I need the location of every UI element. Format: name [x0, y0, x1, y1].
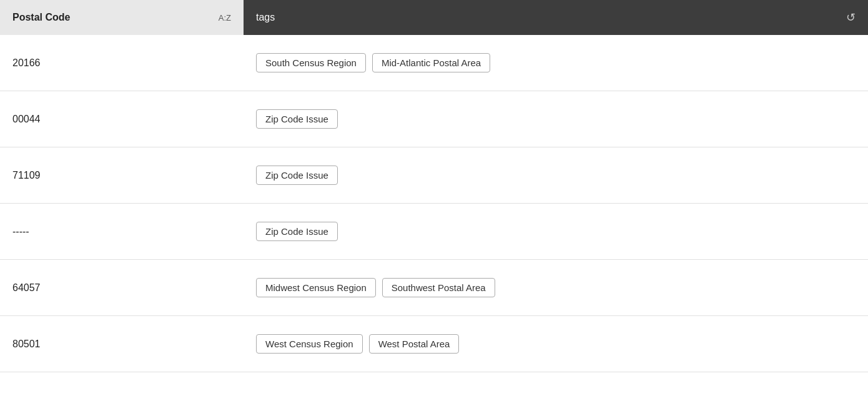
tags-header[interactable]: tags ↺ — [244, 0, 868, 35]
tags-cell: West Census RegionWest Postal Area — [244, 322, 868, 366]
tag-badge[interactable]: Southwest Postal Area — [382, 278, 495, 297]
table-row: 80501West Census RegionWest Postal Area — [0, 316, 868, 372]
table-body: 20166South Census RegionMid-Atlantic Pos… — [0, 35, 868, 372]
postal-code-cell: 64057 — [0, 270, 244, 306]
tags-link-icon[interactable]: ↺ — [846, 11, 856, 24]
postal-code-cell: 00044 — [0, 101, 244, 137]
tag-badge[interactable]: Zip Code Issue — [256, 166, 338, 185]
postal-code-header[interactable]: Postal Code A:Z — [0, 0, 244, 35]
table-row: 20166South Census RegionMid-Atlantic Pos… — [0, 35, 868, 91]
postal-code-cell: 80501 — [0, 326, 244, 362]
postal-code-cell: ----- — [0, 214, 244, 250]
data-table: Postal Code A:Z tags ↺ 20166South Census… — [0, 0, 868, 372]
table-row: 64057Midwest Census RegionSouthwest Post… — [0, 260, 868, 316]
tags-cell: South Census RegionMid-Atlantic Postal A… — [244, 41, 868, 85]
tag-badge[interactable]: South Census Region — [256, 53, 366, 72]
sort-indicator: A:Z — [219, 13, 231, 22]
tag-badge[interactable]: Mid-Atlantic Postal Area — [372, 53, 490, 72]
tag-badge[interactable]: West Postal Area — [369, 334, 460, 354]
tag-badge[interactable]: Zip Code Issue — [256, 109, 338, 129]
tags-cell: Zip Code Issue — [244, 209, 868, 254]
tags-cell: Zip Code Issue — [244, 97, 868, 141]
tag-badge[interactable]: Midwest Census Region — [256, 278, 376, 297]
tag-badge[interactable]: West Census Region — [256, 334, 363, 354]
table-row: 00044Zip Code Issue — [0, 91, 868, 147]
tags-header-label: tags — [256, 12, 275, 23]
tags-cell: Zip Code Issue — [244, 153, 868, 197]
postal-code-header-label: Postal Code — [12, 12, 70, 23]
table-header: Postal Code A:Z tags ↺ — [0, 0, 868, 35]
postal-code-cell: 71109 — [0, 157, 244, 194]
table-row: 71109Zip Code Issue — [0, 147, 868, 204]
tag-badge[interactable]: Zip Code Issue — [256, 222, 338, 241]
tags-cell: Midwest Census RegionSouthwest Postal Ar… — [244, 265, 868, 310]
postal-code-cell: 20166 — [0, 45, 244, 81]
table-row: -----Zip Code Issue — [0, 204, 868, 260]
